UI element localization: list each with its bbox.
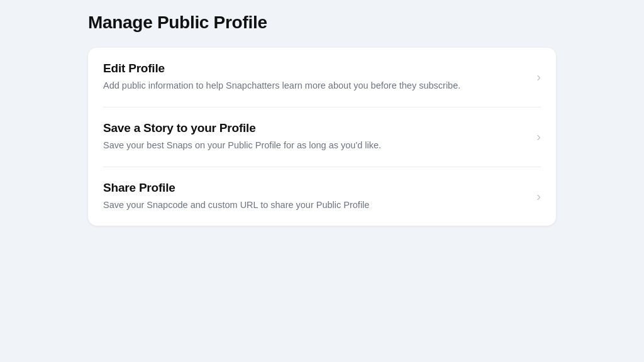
- menu-item-save-story[interactable]: Save a Story to your Profile Save your b…: [103, 107, 541, 167]
- chevron-right-icon: ›: [536, 189, 541, 204]
- menu-item-edit-profile[interactable]: Edit Profile Add public information to h…: [103, 48, 541, 107]
- menu-item-share-profile-title: Share Profile: [103, 181, 526, 195]
- menu-item-share-profile[interactable]: Share Profile Save your Snapcode and cus…: [103, 167, 541, 226]
- menu-card: Edit Profile Add public information to h…: [88, 48, 556, 226]
- menu-item-edit-profile-title: Edit Profile: [103, 62, 526, 75]
- chevron-right-icon: ›: [536, 129, 541, 144]
- menu-item-save-story-description: Save your best Snaps on your Public Prof…: [103, 139, 526, 153]
- menu-item-save-story-content: Save a Story to your Profile Save your b…: [103, 121, 526, 153]
- menu-item-save-story-title: Save a Story to your Profile: [103, 121, 526, 135]
- main-container: Manage Public Profile Edit Profile Add p…: [88, 0, 556, 226]
- menu-item-edit-profile-description: Add public information to help Snapchatt…: [103, 79, 526, 93]
- menu-item-share-profile-content: Share Profile Save your Snapcode and cus…: [103, 181, 526, 212]
- page-title: Manage Public Profile: [88, 13, 556, 33]
- menu-item-share-profile-description: Save your Snapcode and custom URL to sha…: [103, 199, 526, 212]
- menu-item-edit-profile-content: Edit Profile Add public information to h…: [103, 62, 526, 93]
- chevron-right-icon: ›: [536, 70, 541, 84]
